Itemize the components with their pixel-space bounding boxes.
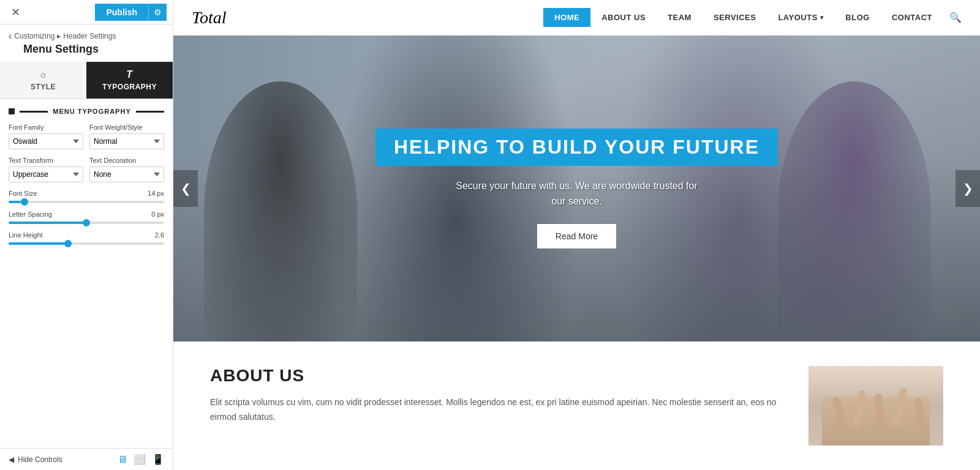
page-title: Menu Settings bbox=[0, 42, 173, 62]
nav-item-layouts[interactable]: LAYOUTS ▾ bbox=[767, 8, 834, 27]
line-height-thumb[interactable] bbox=[64, 240, 72, 247]
left-panel: ✕ Publish ⚙ ‹ Customizing ▸ Header Setti… bbox=[0, 0, 173, 470]
layouts-dropdown-icon: ▾ bbox=[820, 14, 824, 21]
font-family-label: Font Family bbox=[9, 124, 83, 131]
nav-item-home[interactable]: HOME bbox=[543, 8, 590, 27]
about-image bbox=[809, 366, 943, 446]
font-size-label: Font Size bbox=[9, 190, 37, 197]
section-label: MENU TYPOGRAPHY bbox=[53, 108, 130, 115]
font-size-label-row: Font Size 14 px bbox=[9, 190, 164, 197]
text-decoration-group: Text Decoration None Underline Overline … bbox=[89, 157, 164, 182]
layouts-label: LAYOUTS bbox=[778, 13, 817, 22]
about-heading: ABOUT US bbox=[210, 366, 784, 386]
panel-content: MENU TYPOGRAPHY Font Family Oswald Arial… bbox=[0, 99, 173, 448]
font-size-value: 14 px bbox=[148, 190, 164, 197]
publish-gear-button[interactable]: ⚙ bbox=[148, 4, 167, 21]
typography-tab-icon: T bbox=[126, 69, 132, 80]
nav-item-contact[interactable]: CONTACT bbox=[881, 8, 943, 27]
tab-style-label: STYLE bbox=[31, 83, 56, 91]
hide-controls-label: Hide Controls bbox=[18, 455, 62, 464]
desktop-view-button[interactable]: 🖥 bbox=[118, 453, 127, 465]
line-height-track bbox=[9, 242, 164, 245]
font-family-group: Font Family Oswald Arial Georgia Roboto … bbox=[9, 124, 83, 149]
close-button[interactable]: ✕ bbox=[6, 3, 25, 21]
font-family-select[interactable]: Oswald Arial Georgia Roboto Open Sans bbox=[9, 133, 83, 149]
font-family-row: Font Family Oswald Arial Georgia Roboto … bbox=[9, 124, 164, 149]
site-menu: HOME ABOUT US TEAM SERVICES LAYOUTS ▾ BL… bbox=[543, 8, 943, 27]
text-decoration-label: Text Decoration bbox=[89, 157, 164, 164]
text-transform-label: Text Transform bbox=[9, 157, 83, 164]
bottom-bar: ◀ Hide Controls 🖥 ⬜ 📱 bbox=[0, 448, 173, 470]
hero-image: HELPING TO BUILD YOUR FUTURE Secure your… bbox=[173, 35, 980, 341]
text-transform-select[interactable]: Uppercase Lowercase Capitalize None bbox=[9, 166, 83, 182]
device-icons: 🖥 ⬜ 📱 bbox=[118, 453, 164, 465]
site-search-icon[interactable]: 🔍 bbox=[949, 12, 962, 23]
nav-item-services[interactable]: SERVICES bbox=[703, 8, 767, 27]
publish-button[interactable]: Publish bbox=[95, 4, 148, 21]
top-bar: ✕ Publish ⚙ bbox=[0, 0, 173, 24]
header-bar-right bbox=[136, 111, 164, 113]
tab-typography[interactable]: T TYPOGRAPHY bbox=[86, 62, 173, 99]
letter-spacing-thumb[interactable] bbox=[83, 219, 90, 226]
breadcrumb-separator: ▸ bbox=[57, 32, 61, 40]
menu-typography-header: MENU TYPOGRAPHY bbox=[9, 108, 164, 115]
line-height-label-row: Line Height 2.6 bbox=[9, 231, 164, 239]
breadcrumb-parent: Customizing bbox=[14, 32, 55, 40]
tablet-view-button[interactable]: ⬜ bbox=[134, 453, 146, 465]
hero-section: HELPING TO BUILD YOUR FUTURE Secure your… bbox=[173, 35, 980, 341]
line-height-fill bbox=[9, 242, 68, 245]
font-weight-group: Font Weight/Style Normal Bold Italic Bol… bbox=[89, 124, 164, 149]
hide-controls-icon: ◀ bbox=[9, 455, 14, 464]
header-bar-left bbox=[20, 111, 48, 113]
right-panel: Total HOME ABOUT US TEAM SERVICES LAYOUT… bbox=[173, 0, 980, 470]
mobile-view-button[interactable]: 📱 bbox=[152, 453, 164, 465]
hero-content: HELPING TO BUILD YOUR FUTURE Secure your… bbox=[375, 129, 778, 248]
site-logo: Total bbox=[192, 8, 227, 28]
line-height-group: Line Height 2.6 bbox=[9, 231, 164, 245]
text-decoration-select[interactable]: None Underline Overline Line-through bbox=[89, 166, 164, 182]
hide-controls-button[interactable]: ◀ Hide Controls bbox=[9, 455, 62, 464]
nav-item-blog[interactable]: BLOG bbox=[834, 8, 881, 27]
text-transform-row: Text Transform Uppercase Lowercase Capit… bbox=[9, 157, 164, 182]
nav-item-team[interactable]: TEAM bbox=[657, 8, 703, 27]
hero-read-more-button[interactable]: Read More bbox=[537, 224, 616, 248]
nav-item-about[interactable]: ABOUT US bbox=[590, 8, 657, 27]
letter-spacing-fill bbox=[9, 222, 86, 224]
hero-title-box: HELPING TO BUILD YOUR FUTURE bbox=[375, 129, 778, 166]
text-transform-group: Text Transform Uppercase Lowercase Capit… bbox=[9, 157, 83, 182]
breadcrumb-back-button[interactable]: ‹ bbox=[9, 31, 12, 42]
font-weight-select[interactable]: Normal Bold Italic Bold Italic Light bbox=[89, 133, 164, 149]
hero-prev-button[interactable]: ❮ bbox=[173, 170, 198, 207]
hero-next-button[interactable]: ❯ bbox=[956, 170, 980, 207]
letter-spacing-track bbox=[9, 222, 164, 224]
hero-person-right bbox=[778, 81, 931, 341]
line-height-label: Line Height bbox=[9, 231, 43, 239]
about-section: ABOUT US Elit scripta volumus cu vim, cu… bbox=[173, 341, 980, 470]
hero-subtitle: Secure your future with us. We are wordw… bbox=[375, 178, 778, 209]
about-body: Elit scripta volumus cu vim, cum no vidi… bbox=[210, 395, 784, 425]
font-size-group: Font Size 14 px bbox=[9, 190, 164, 203]
tab-typography-label: TYPOGRAPHY bbox=[102, 83, 157, 91]
tab-style[interactable]: ☼ STYLE bbox=[0, 62, 86, 99]
site-nav: Total HOME ABOUT US TEAM SERVICES LAYOUT… bbox=[173, 0, 980, 35]
breadcrumb-current: Header Settings bbox=[63, 32, 116, 40]
breadcrumb: Customizing ▸ Header Settings bbox=[14, 32, 116, 40]
header-dot bbox=[9, 108, 15, 114]
line-height-value: 2.6 bbox=[155, 231, 164, 239]
publish-area: Publish ⚙ bbox=[95, 4, 167, 21]
style-tab-icon: ☼ bbox=[39, 69, 48, 80]
font-weight-label: Font Weight/Style bbox=[89, 124, 164, 131]
about-text: ABOUT US Elit scripta volumus cu vim, cu… bbox=[210, 366, 784, 446]
tabs: ☼ STYLE T TYPOGRAPHY bbox=[0, 62, 173, 99]
hero-person-left bbox=[204, 81, 357, 341]
hero-title: HELPING TO BUILD YOUR FUTURE bbox=[394, 136, 760, 159]
